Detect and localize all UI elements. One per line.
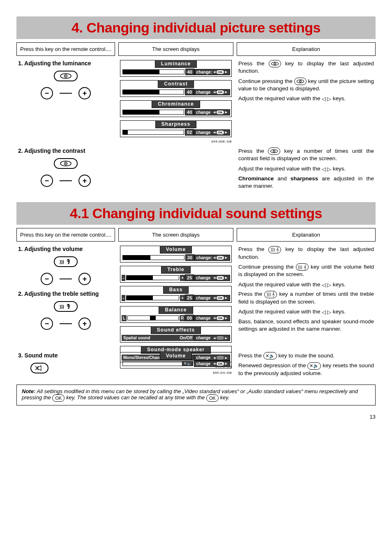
note-label: Note:: [22, 388, 35, 394]
osd-value: 40: [185, 69, 194, 75]
osd-chrominance: Chrominance 40 change ◄OK►: [120, 100, 232, 117]
header-col-explain: Explanation: [237, 228, 376, 242]
osd-bar: [122, 130, 184, 135]
osd-change: change ◄OK►: [194, 129, 230, 136]
svg-point-9: [65, 163, 66, 164]
osd-code: 695-DX-GB: [120, 371, 232, 375]
minus-key-icon: −: [41, 273, 53, 285]
osd-text-r: On/Off: [178, 335, 194, 341]
svg-point-11: [273, 150, 275, 152]
header-col-remote: Press this key on the remote control....: [16, 228, 115, 242]
minus-key-icon: −: [41, 318, 53, 330]
section-41-header-row: Press this key on the remote control....…: [16, 228, 376, 242]
plus-minus-keys: − +: [41, 175, 91, 187]
osd-change: change:◄OK►: [194, 255, 230, 261]
note-text: key.: [219, 394, 230, 401]
step-heading: 2. Adjusting the treble setting: [18, 290, 113, 297]
section-41-step-2: 2. Adjusting the treble setting ))) − + …: [16, 290, 376, 335]
eye-key-inline-icon: [268, 147, 280, 155]
osd-title: Volume: [160, 352, 192, 360]
note-box: Note: All settings modified in this menu…: [16, 385, 376, 405]
osd-title: Chrominance: [152, 100, 200, 108]
osd-value: 25: [185, 274, 194, 281]
plus-minus-keys: − +: [41, 87, 91, 99]
eye-key-inline-icon: [269, 60, 281, 67]
explanation-text: Renewed depression of the ✕🔈 key resets …: [238, 362, 374, 377]
osd-bar: [126, 275, 179, 280]
header-col-explain: Explanation: [237, 42, 376, 56]
minus-key-icon: −: [41, 175, 53, 187]
sound-key-inline-icon: ))) 𝄞: [268, 246, 281, 253]
left-right-keys-icon: ◁ ▷: [322, 96, 331, 102]
mute-key-icon: [30, 363, 48, 373]
step-heading: 1. Adjusting the luminance: [18, 60, 113, 67]
remote-keys: [18, 363, 113, 373]
osd-mute-bar: ✕🔈: [122, 361, 193, 366]
explanation-text: Press the key a number of times until th…: [238, 147, 374, 163]
eye-key-icon: [54, 71, 78, 81]
section-41-banner: 4.1 Changing individual sound settings: [16, 202, 376, 225]
step-heading: 1. Adjusting the volume: [18, 246, 113, 252]
explanation-text: Press the key to display the last adjust…: [238, 60, 374, 75]
mute-key-inline-icon: ✕🔈: [263, 352, 277, 359]
osd-balance-bar: [127, 315, 179, 320]
svg-text:))): ))): [60, 259, 64, 264]
sound-key-icon: ))): [54, 256, 78, 267]
header-col-screen: The screen displays: [118, 42, 233, 56]
section-4-step-2: 2. Adjusting the contrast − + Press the …: [16, 147, 376, 192]
osd-value: 40: [185, 109, 194, 115]
key-connector: [60, 279, 72, 279]
section-4-step-1: 1. Adjusting the luminance − + Luminance…: [16, 60, 376, 143]
explanation-text: Press the ))) 𝄞 key a number of times un…: [238, 290, 374, 306]
explanation-text: Adjust the required value with the ◁ ▷ k…: [238, 281, 374, 288]
remote-keys: − +: [18, 71, 113, 99]
osd-sharpness: Sharpness 02 change ◄OK►: [120, 120, 232, 137]
plus-minus-keys: − +: [41, 273, 91, 285]
mute-key-inline-icon: ✕🔈: [307, 362, 321, 370]
osd-prefix-l: -: [122, 275, 125, 281]
osd-prefix-r: +: [180, 275, 185, 281]
osd-title: Luminance: [155, 60, 197, 68]
section-4-title: 4. Changing individual picture settings: [16, 20, 376, 36]
osd-change: change ◄OK►: [194, 335, 230, 341]
section-4-banner: 4. Changing individual picture settings: [16, 16, 376, 39]
plus-key-icon: +: [78, 87, 91, 99]
minus-key-icon: −: [41, 87, 53, 99]
explanation-text: Adjust the required value with the ◁ ▷ k…: [238, 95, 374, 102]
section-41-step-3: 3. Sound mute Volume ✕🔈 change ◄OK► 695-…: [16, 352, 376, 380]
osd-bar: [122, 90, 184, 94]
plus-minus-keys: − +: [41, 318, 91, 330]
osd-title: Sharpness: [155, 120, 196, 128]
sound-key-inline-icon: ))) 𝄞: [264, 291, 277, 298]
key-connector: [60, 180, 72, 181]
osd-code: 694-00E-GB: [120, 140, 232, 143]
eye-key-inline-icon: [294, 78, 307, 85]
eye-key-icon: [54, 158, 78, 169]
header-col-remote: Press this key on the remote control....: [16, 42, 115, 56]
plus-key-icon: +: [78, 273, 91, 285]
osd-volume: Volume 30 change:◄OK►: [120, 246, 232, 263]
page-number: 13: [16, 414, 376, 420]
header-col-screen: The screen displays: [118, 228, 233, 242]
explanation-text: Continue pressing the ))) 𝄞 key until th…: [238, 263, 374, 279]
left-right-keys-icon: ◁ ▷: [322, 309, 331, 315]
section-41-title: 4.1 Changing individual sound settings: [16, 205, 376, 221]
svg-point-6: [299, 81, 301, 83]
explanation-text: Bass, balance, sound effects and speaker…: [238, 318, 374, 333]
osd-bar: [122, 69, 184, 74]
remote-keys: ))) − +: [18, 301, 113, 330]
osd-title: Volume: [160, 246, 192, 253]
osd-change: change:◄OK►: [194, 69, 230, 75]
explanation-text: Continue pressing the key until the pict…: [238, 78, 374, 93]
note-text: key. The stored values can be recalled a…: [65, 394, 206, 401]
explanation-text: Press the ✕🔈 key to mute the sound.: [238, 352, 374, 359]
sound-key-icon: ))): [54, 301, 78, 312]
osd-change: change ◄OK►: [194, 89, 230, 95]
osd-value: 30: [185, 254, 194, 261]
explanation-text: Adjust the required value with the ◁ ▷ k…: [238, 165, 374, 173]
mute-glyph-icon: ✕🔈: [182, 362, 193, 366]
plus-key-icon: +: [78, 175, 91, 187]
osd-title: Contrast: [158, 80, 194, 88]
osd-change: change ◄OK►: [194, 109, 230, 115]
sound-key-inline-icon: ))) 𝄞: [296, 263, 309, 271]
